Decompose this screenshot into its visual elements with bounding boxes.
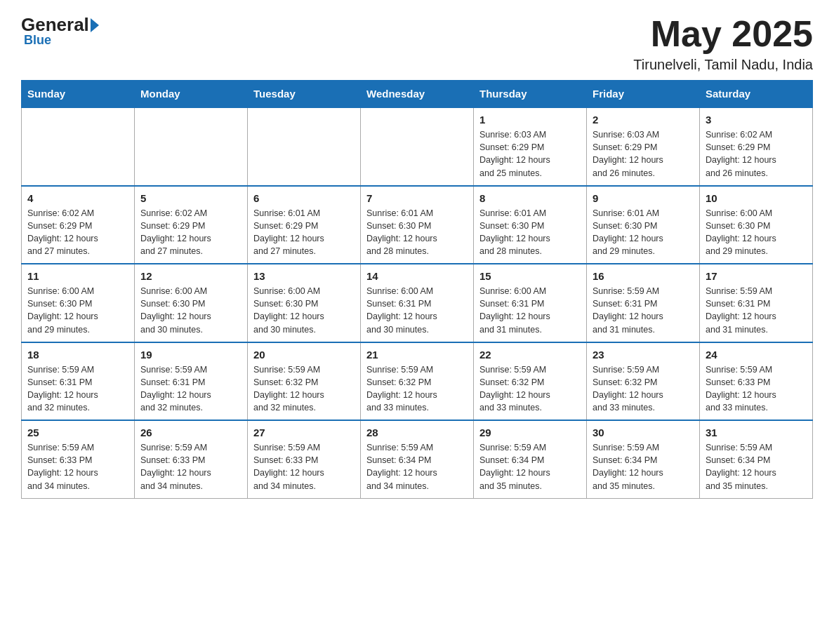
day-info: Sunrise: 5:59 AM Sunset: 6:34 PM Dayligh…	[706, 441, 807, 492]
calendar-cell	[135, 107, 248, 186]
calendar-table: SundayMondayTuesdayWednesdayThursdayFrid…	[21, 80, 813, 499]
location-title: Tirunelveli, Tamil Nadu, India	[633, 57, 813, 73]
column-header-thursday: Thursday	[474, 81, 587, 108]
calendar-cell: 2Sunrise: 6:03 AM Sunset: 6:29 PM Daylig…	[587, 107, 700, 186]
day-number: 24	[706, 349, 807, 361]
calendar-cell: 4Sunrise: 6:02 AM Sunset: 6:29 PM Daylig…	[22, 186, 135, 264]
calendar-cell: 9Sunrise: 6:01 AM Sunset: 6:30 PM Daylig…	[587, 186, 700, 264]
day-info: Sunrise: 6:02 AM Sunset: 6:29 PM Dayligh…	[140, 207, 241, 258]
column-header-tuesday: Tuesday	[248, 81, 361, 108]
day-number: 7	[366, 192, 468, 204]
day-info: Sunrise: 6:00 AM Sunset: 6:30 PM Dayligh…	[27, 285, 128, 336]
day-info: Sunrise: 6:02 AM Sunset: 6:29 PM Dayligh…	[27, 207, 128, 258]
day-number: 13	[253, 270, 355, 282]
calendar-cell: 7Sunrise: 6:01 AM Sunset: 6:30 PM Daylig…	[361, 186, 474, 264]
calendar-cell: 16Sunrise: 5:59 AM Sunset: 6:31 PM Dayli…	[587, 264, 700, 342]
day-info: Sunrise: 5:59 AM Sunset: 6:31 PM Dayligh…	[140, 363, 241, 415]
day-info: Sunrise: 5:59 AM Sunset: 6:32 PM Dayligh…	[479, 363, 581, 415]
day-number: 4	[27, 192, 128, 204]
calendar-cell: 25Sunrise: 5:59 AM Sunset: 6:33 PM Dayli…	[22, 420, 135, 498]
day-info: Sunrise: 6:01 AM Sunset: 6:30 PM Dayligh…	[593, 207, 694, 258]
calendar-cell: 1Sunrise: 6:03 AM Sunset: 6:29 PM Daylig…	[474, 107, 587, 186]
day-info: Sunrise: 6:03 AM Sunset: 6:29 PM Dayligh…	[593, 128, 694, 180]
day-info: Sunrise: 5:59 AM Sunset: 6:33 PM Dayligh…	[27, 441, 128, 492]
day-number: 16	[593, 270, 694, 282]
day-number: 9	[593, 192, 694, 204]
day-number: 3	[706, 114, 807, 126]
calendar-week-row: 18Sunrise: 5:59 AM Sunset: 6:31 PM Dayli…	[22, 342, 813, 421]
day-number: 15	[479, 270, 581, 282]
calendar-cell: 30Sunrise: 5:59 AM Sunset: 6:34 PM Dayli…	[587, 420, 700, 498]
calendar-cell: 28Sunrise: 5:59 AM Sunset: 6:34 PM Dayli…	[361, 420, 474, 498]
day-info: Sunrise: 6:00 AM Sunset: 6:30 PM Dayligh…	[140, 285, 241, 336]
calendar-cell: 17Sunrise: 5:59 AM Sunset: 6:31 PM Dayli…	[700, 264, 813, 342]
column-header-saturday: Saturday	[700, 81, 813, 108]
calendar-cell: 23Sunrise: 5:59 AM Sunset: 6:32 PM Dayli…	[587, 342, 700, 421]
day-number: 17	[706, 270, 807, 282]
day-number: 1	[479, 114, 581, 126]
calendar-cell: 19Sunrise: 5:59 AM Sunset: 6:31 PM Dayli…	[135, 342, 248, 421]
calendar-cell: 27Sunrise: 5:59 AM Sunset: 6:33 PM Dayli…	[248, 420, 361, 498]
day-info: Sunrise: 5:59 AM Sunset: 6:34 PM Dayligh…	[593, 441, 694, 492]
day-number: 10	[706, 192, 807, 204]
day-info: Sunrise: 6:01 AM Sunset: 6:29 PM Dayligh…	[253, 207, 355, 258]
calendar-cell: 18Sunrise: 5:59 AM Sunset: 6:31 PM Dayli…	[22, 342, 135, 421]
day-info: Sunrise: 5:59 AM Sunset: 6:31 PM Dayligh…	[706, 285, 807, 336]
calendar-cell: 12Sunrise: 6:00 AM Sunset: 6:30 PM Dayli…	[135, 264, 248, 342]
day-info: Sunrise: 6:00 AM Sunset: 6:30 PM Dayligh…	[706, 207, 807, 258]
day-info: Sunrise: 5:59 AM Sunset: 6:34 PM Dayligh…	[366, 441, 468, 492]
day-number: 21	[366, 349, 468, 361]
day-info: Sunrise: 6:01 AM Sunset: 6:30 PM Dayligh…	[366, 207, 468, 258]
day-number: 27	[253, 427, 355, 438]
day-number: 28	[366, 427, 468, 438]
calendar-cell	[361, 107, 474, 186]
calendar-header-row: SundayMondayTuesdayWednesdayThursdayFrid…	[22, 81, 813, 108]
logo-area: General Blue	[21, 14, 99, 48]
day-number: 2	[593, 114, 694, 126]
calendar-cell: 5Sunrise: 6:02 AM Sunset: 6:29 PM Daylig…	[135, 186, 248, 264]
day-number: 29	[479, 427, 581, 438]
calendar-cell: 26Sunrise: 5:59 AM Sunset: 6:33 PM Dayli…	[135, 420, 248, 498]
calendar-cell: 3Sunrise: 6:02 AM Sunset: 6:29 PM Daylig…	[700, 107, 813, 186]
day-info: Sunrise: 6:00 AM Sunset: 6:31 PM Dayligh…	[366, 285, 468, 336]
day-number: 14	[366, 270, 468, 282]
calendar-cell: 6Sunrise: 6:01 AM Sunset: 6:29 PM Daylig…	[248, 186, 361, 264]
day-info: Sunrise: 5:59 AM Sunset: 6:31 PM Dayligh…	[27, 363, 128, 415]
day-number: 18	[27, 349, 128, 361]
calendar-cell: 11Sunrise: 6:00 AM Sunset: 6:30 PM Dayli…	[22, 264, 135, 342]
day-info: Sunrise: 5:59 AM Sunset: 6:33 PM Dayligh…	[706, 363, 807, 415]
day-number: 22	[479, 349, 581, 361]
calendar-cell	[22, 107, 135, 186]
calendar-week-row: 1Sunrise: 6:03 AM Sunset: 6:29 PM Daylig…	[22, 107, 813, 186]
day-number: 20	[253, 349, 355, 361]
month-title: May 2025	[633, 14, 813, 54]
column-header-sunday: Sunday	[22, 81, 135, 108]
day-number: 8	[479, 192, 581, 204]
day-number: 23	[593, 349, 694, 361]
day-info: Sunrise: 6:02 AM Sunset: 6:29 PM Dayligh…	[706, 128, 807, 180]
day-info: Sunrise: 5:59 AM Sunset: 6:32 PM Dayligh…	[593, 363, 694, 415]
day-number: 19	[140, 349, 241, 361]
calendar-cell: 24Sunrise: 5:59 AM Sunset: 6:33 PM Dayli…	[700, 342, 813, 421]
calendar-cell: 14Sunrise: 6:00 AM Sunset: 6:31 PM Dayli…	[361, 264, 474, 342]
page-header: General Blue May 2025 Tirunelveli, Tamil…	[21, 14, 813, 73]
logo-arrow-icon	[91, 18, 99, 32]
logo-blue-text: Blue	[24, 33, 51, 48]
calendar-week-row: 25Sunrise: 5:59 AM Sunset: 6:33 PM Dayli…	[22, 420, 813, 498]
day-info: Sunrise: 5:59 AM Sunset: 6:32 PM Dayligh…	[366, 363, 468, 415]
calendar-cell: 21Sunrise: 5:59 AM Sunset: 6:32 PM Dayli…	[361, 342, 474, 421]
calendar-cell: 10Sunrise: 6:00 AM Sunset: 6:30 PM Dayli…	[700, 186, 813, 264]
column-header-monday: Monday	[135, 81, 248, 108]
day-info: Sunrise: 6:01 AM Sunset: 6:30 PM Dayligh…	[479, 207, 581, 258]
title-area: May 2025 Tirunelveli, Tamil Nadu, India	[633, 14, 813, 73]
calendar-cell: 29Sunrise: 5:59 AM Sunset: 6:34 PM Dayli…	[474, 420, 587, 498]
day-info: Sunrise: 6:00 AM Sunset: 6:31 PM Dayligh…	[479, 285, 581, 336]
day-number: 12	[140, 270, 241, 282]
day-number: 30	[593, 427, 694, 438]
day-number: 5	[140, 192, 241, 204]
day-info: Sunrise: 5:59 AM Sunset: 6:31 PM Dayligh…	[593, 285, 694, 336]
day-number: 25	[27, 427, 128, 438]
calendar-cell: 8Sunrise: 6:01 AM Sunset: 6:30 PM Daylig…	[474, 186, 587, 264]
calendar-cell: 20Sunrise: 5:59 AM Sunset: 6:32 PM Dayli…	[248, 342, 361, 421]
column-header-wednesday: Wednesday	[361, 81, 474, 108]
